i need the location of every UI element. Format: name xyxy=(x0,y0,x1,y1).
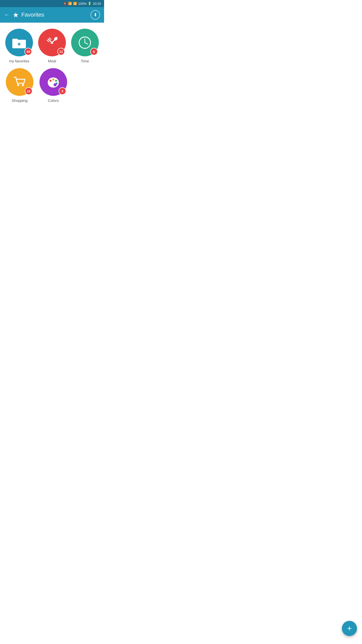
svg-line-10 xyxy=(85,43,88,44)
status-bar: 🔇 📶 📶 100% 🔋 20:20 xyxy=(0,0,104,7)
svg-text:★: ★ xyxy=(17,41,21,47)
label-meal: Meal xyxy=(48,59,56,63)
fork-spoon-icon xyxy=(45,36,59,50)
battery-icon: 🔋 xyxy=(88,2,92,5)
cart-icon xyxy=(12,75,27,89)
back-button[interactable]: ← xyxy=(4,12,10,18)
label-colors: Colors xyxy=(48,98,59,103)
badge-colors: 3 xyxy=(59,87,66,95)
category-item-meal[interactable]: 11 Meal xyxy=(37,29,67,63)
svg-point-11 xyxy=(17,84,19,86)
download-icon: ⬇ xyxy=(94,12,97,18)
main-content: ★ 49 my favorites xyxy=(0,23,104,109)
category-item-colors[interactable]: 3 Colors xyxy=(38,68,69,103)
badge-shopping: 22 xyxy=(25,87,32,95)
category-item-my-favorites[interactable]: ★ 49 my favorites xyxy=(4,29,34,63)
circle-container-time: 6 xyxy=(71,29,99,56)
svg-point-15 xyxy=(50,80,52,82)
badge-meal: 11 xyxy=(57,48,65,55)
svg-rect-1 xyxy=(12,39,18,41)
category-item-time[interactable]: 6 Time xyxy=(70,29,100,63)
app-bar-title-area: ★ Favorites xyxy=(13,11,44,19)
circle-container-shopping: 22 xyxy=(6,68,33,96)
circle-container-meal: 11 xyxy=(38,29,66,56)
mute-icon: 🔇 xyxy=(63,2,67,5)
palette-icon xyxy=(46,75,61,89)
svg-point-19 xyxy=(54,83,57,86)
svg-point-16 xyxy=(52,78,54,80)
folder-star-icon: ★ xyxy=(12,36,26,49)
download-button[interactable]: ⬇ xyxy=(90,10,100,20)
wifi-icon: 📶 xyxy=(68,2,72,5)
app-bar: ← ★ Favorites ⬇ xyxy=(0,7,104,23)
badge-time: 6 xyxy=(90,48,98,55)
label-shopping: Shopping xyxy=(12,98,27,103)
clock-icon xyxy=(78,36,92,50)
circle-container-favorites: ★ 49 xyxy=(5,29,33,56)
status-icons: 🔇 📶 📶 100% 🔋 20:20 xyxy=(63,2,101,6)
time-text: 20:20 xyxy=(93,2,101,6)
battery-text: 100% xyxy=(78,2,86,6)
svg-point-17 xyxy=(55,80,57,82)
circle-container-colors: 3 xyxy=(39,68,67,96)
label-time: Time xyxy=(81,59,89,63)
page-title: Favorites xyxy=(21,12,44,18)
svg-point-12 xyxy=(22,84,24,86)
app-bar-left: ← ★ Favorites xyxy=(4,11,44,19)
category-item-shopping[interactable]: 22 Shopping xyxy=(4,68,35,103)
label-favorites: my favorites xyxy=(9,59,29,63)
signal-icon: 📶 xyxy=(73,2,77,5)
badge-favorites: 49 xyxy=(24,48,32,55)
category-grid-row2: 22 Shopping xyxy=(4,68,100,103)
favorites-star-icon: ★ xyxy=(13,11,19,19)
category-grid-row1: ★ 49 my favorites xyxy=(4,29,100,63)
